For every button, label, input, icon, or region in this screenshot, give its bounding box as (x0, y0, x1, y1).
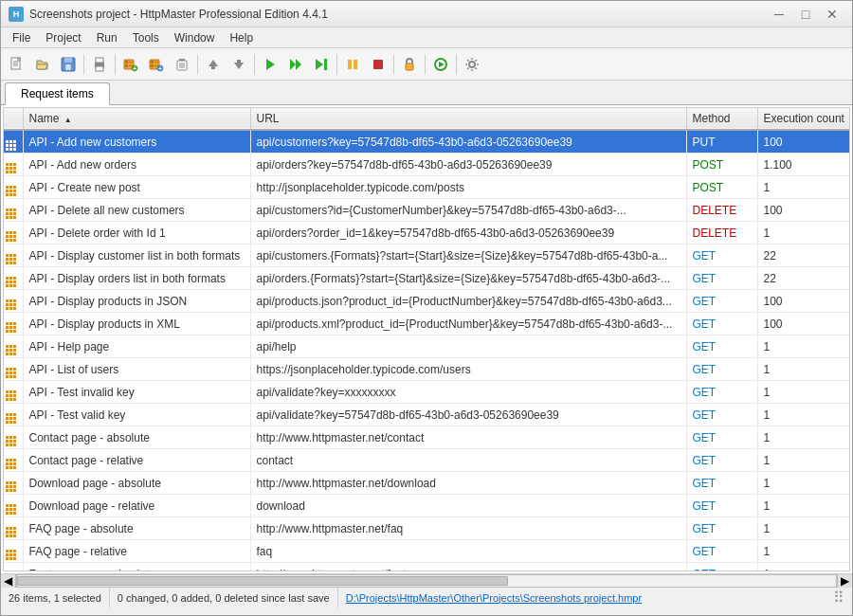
pause-button[interactable] (340, 52, 365, 77)
menu-file[interactable]: File (5, 27, 38, 47)
row-exec-count: 100 (757, 130, 850, 154)
maximize-button[interactable]: □ (793, 5, 818, 24)
new-button[interactable] (5, 52, 29, 77)
table-row[interactable]: API - Test invalid keyapi/validate?key=x… (4, 381, 850, 404)
table-row[interactable]: API - Delete order with Id 1api/orders?o… (4, 222, 850, 245)
row-name: API - Display products in XML (23, 313, 250, 335)
svg-rect-39 (348, 60, 352, 69)
row-method: GET (686, 404, 757, 426)
window-title: Screenshots project - HttpMaster Profess… (29, 8, 328, 21)
toolbar-sep-8 (456, 54, 457, 75)
table-row[interactable]: API - Display products in XMLapi/product… (4, 313, 850, 335)
row-icon-cell (4, 313, 23, 335)
request-icon (6, 459, 16, 469)
status-items: 26 items, 1 selected (9, 588, 110, 607)
move-down-button[interactable] (227, 52, 251, 77)
row-method: GET (686, 517, 757, 540)
table-row[interactable]: Features page - absolutehttp://www.httpm… (4, 563, 850, 572)
col-header-url[interactable]: URL (250, 108, 686, 130)
row-exec-count: 100 (757, 199, 850, 222)
col-header-name[interactable]: Name ▲ (23, 108, 250, 130)
row-exec-count: 1 (757, 222, 850, 245)
table-row[interactable]: FAQ page - absolutehttp://www.httpmaster… (4, 517, 850, 540)
row-icon-cell (4, 335, 23, 358)
svg-rect-33 (237, 60, 241, 63)
svg-rect-6 (65, 64, 71, 70)
table-row[interactable]: Contact page - absolutehttp://www.httpma… (4, 426, 850, 449)
svg-rect-13 (125, 64, 128, 67)
row-icon-cell (4, 130, 23, 154)
app-icon: H (9, 7, 24, 22)
table-row[interactable]: API - List of usershttps://jsonplacehold… (4, 358, 850, 381)
row-method: GET (686, 449, 757, 472)
menu-help[interactable]: Help (222, 27, 261, 47)
svg-rect-31 (211, 66, 215, 69)
close-button[interactable]: ✕ (820, 5, 844, 24)
add-request-button[interactable]: + (118, 52, 143, 77)
row-name: API - Display customer list in both form… (23, 245, 250, 267)
menu-run[interactable]: Run (89, 27, 125, 47)
row-name: Download page - absolute (23, 472, 250, 495)
table-row[interactable]: API - Test valid keyapi/validate?key=575… (4, 404, 850, 426)
row-method: GET (686, 245, 757, 267)
scroll-right-button[interactable]: ▶ (837, 574, 852, 588)
table-row[interactable]: Download page - relativedownloadGET1 (4, 495, 850, 517)
col-header-method[interactable]: Method (686, 108, 757, 130)
minimize-button[interactable]: ─ (767, 5, 791, 24)
status-file-link[interactable]: D:\Projects\HttpMaster\Other\Projects\Sc… (346, 592, 642, 604)
scroll-left-button[interactable]: ◀ (1, 574, 16, 588)
status-right-icon: ⠿ (833, 589, 844, 607)
h-scrollbar[interactable] (16, 574, 837, 588)
table-row[interactable]: API - Delete all new customersapi/custom… (4, 199, 850, 222)
request-items-table[interactable]: Name ▲ URL Method Execution count API - … (3, 107, 850, 571)
row-url: api/customers?key=57547d8b-df65-43b0-a6d… (250, 130, 686, 154)
request-icon (6, 208, 16, 219)
svg-rect-26 (179, 59, 185, 61)
open-button[interactable] (30, 52, 55, 77)
run-button[interactable] (258, 52, 282, 77)
run-all-button[interactable] (283, 52, 308, 77)
lock-button[interactable] (397, 52, 422, 77)
delete-button[interactable] (170, 52, 194, 77)
tab-request-items[interactable]: Request items (5, 82, 110, 105)
table-row[interactable]: API - Create new posthttp://jsonplacehol… (4, 176, 850, 199)
play-circle-button[interactable] (428, 52, 453, 77)
table-row[interactable]: API - Add new ordersapi/orders?key=57547… (4, 154, 850, 176)
table-row[interactable]: API - Add new customersapi/customers?key… (4, 130, 850, 154)
request-icon (6, 413, 16, 424)
move-up-button[interactable] (201, 52, 226, 77)
svg-rect-40 (354, 60, 357, 69)
row-icon-cell (4, 199, 23, 222)
run-step-button[interactable] (309, 52, 334, 77)
row-method: GET (686, 290, 757, 313)
add-group-button[interactable]: + (144, 52, 169, 77)
status-changes: 0 changed, 0 added, 0 deleted since last… (110, 588, 338, 607)
col-header-exec[interactable]: Execution count (757, 108, 850, 130)
table-row[interactable]: FAQ page - relativefaqGET1 (4, 540, 850, 563)
menu-bar: File Project Run Tools Window Help (1, 27, 852, 48)
table-row[interactable]: API - Help pageapi/helpGET1 (4, 335, 850, 358)
row-exec-count: 1 (757, 472, 850, 495)
col-header-icon[interactable] (4, 108, 23, 130)
table-row[interactable]: API - Display orders list in both format… (4, 267, 850, 290)
table-row[interactable]: Download page - absolutehttp://www.httpm… (4, 472, 850, 495)
menu-tools[interactable]: Tools (125, 27, 167, 47)
print-button[interactable] (87, 52, 112, 77)
row-url: api/products.xml?product_id={ProductNumb… (250, 313, 686, 335)
row-url: api/products.json?product_id={ProductNum… (250, 290, 686, 313)
h-scrollbar-area: ◀ ▶ (1, 573, 852, 587)
menu-window[interactable]: Window (167, 27, 223, 47)
settings-button[interactable] (460, 52, 484, 77)
request-icon (6, 231, 16, 242)
row-url: faq (250, 540, 686, 563)
table-row[interactable]: API - Display products in JSONapi/produc… (4, 290, 850, 313)
table-row[interactable]: API - Display customer list in both form… (4, 245, 850, 267)
request-icon (6, 322, 16, 333)
save-button[interactable] (56, 52, 81, 77)
svg-text:+: + (133, 64, 136, 71)
row-method: DELETE (686, 199, 757, 222)
stop-button[interactable] (366, 52, 390, 77)
window-controls: ─ □ ✕ (767, 5, 844, 24)
menu-project[interactable]: Project (38, 27, 88, 47)
table-row[interactable]: Contact page - relativecontactGET1 (4, 449, 850, 472)
